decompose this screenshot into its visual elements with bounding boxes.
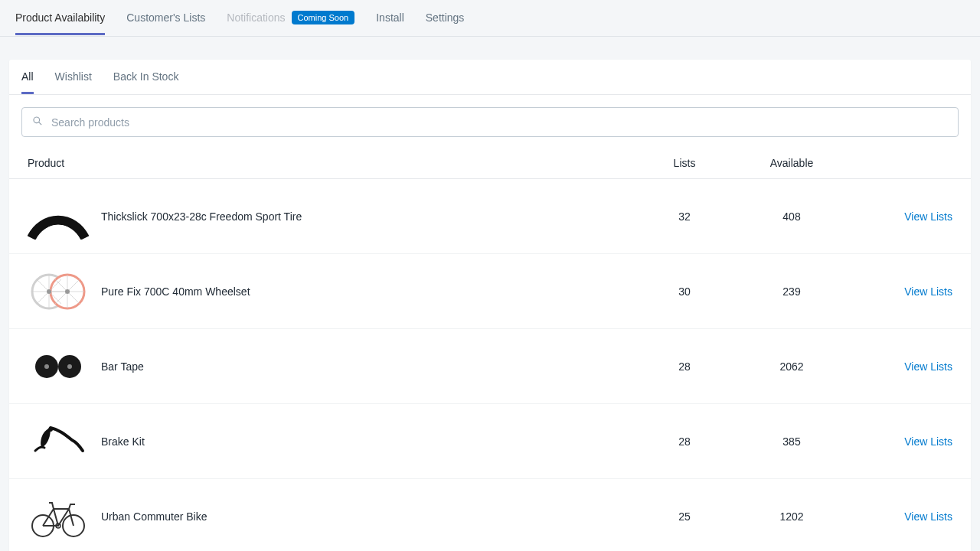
- nav-label: Product Availability: [15, 11, 105, 24]
- view-lists-link[interactable]: View Lists: [904, 360, 952, 373]
- bike-icon: [28, 494, 89, 540]
- view-lists-link[interactable]: View Lists: [904, 435, 952, 448]
- table-row: Bar Tape 28 2062 View Lists: [9, 329, 971, 404]
- main-card: All Wishlist Back In Stock Product Lists…: [9, 60, 971, 551]
- svg-point-18: [47, 289, 51, 294]
- wheelset-icon: [28, 269, 89, 315]
- tab-wishlist[interactable]: Wishlist: [55, 60, 92, 94]
- product-thumb: [28, 419, 89, 465]
- product-available: 1202: [738, 510, 845, 523]
- tab-label: All: [21, 70, 34, 83]
- search-input[interactable]: [51, 116, 949, 129]
- product-name: Thickslick 700x23-28c Freedom Sport Tire: [101, 210, 631, 223]
- coming-soon-badge: Coming Soon: [292, 11, 355, 24]
- th-product: Product: [28, 157, 631, 169]
- nav-customers-lists[interactable]: Customer's Lists: [126, 1, 205, 35]
- product-thumb: [28, 494, 89, 540]
- table-header: Product Lists Available: [9, 149, 971, 179]
- table-row: Brake Kit 28 385 View Lists: [9, 404, 971, 479]
- nav-label: Settings: [426, 11, 465, 24]
- product-lists: 28: [631, 360, 738, 373]
- bartape-icon: [28, 344, 89, 390]
- search-wrap: [9, 95, 971, 149]
- product-available: 239: [738, 285, 845, 298]
- product-available: 2062: [738, 360, 845, 373]
- nav-label: Customer's Lists: [126, 11, 205, 24]
- table-row: Thickslick 700x23-28c Freedom Sport Tire…: [9, 179, 971, 254]
- nav-install[interactable]: Install: [376, 1, 404, 35]
- svg-point-22: [44, 364, 49, 369]
- view-lists-link[interactable]: View Lists: [904, 285, 952, 298]
- top-nav: Product Availability Customer's Lists No…: [0, 0, 980, 37]
- view-lists-link[interactable]: View Lists: [904, 510, 952, 523]
- search-box[interactable]: [21, 107, 959, 137]
- th-lists: Lists: [631, 157, 738, 169]
- nav-label: Notifications: [227, 11, 285, 24]
- brake-icon: [28, 419, 89, 465]
- product-thumb: [28, 344, 89, 390]
- product-thumb: [28, 269, 89, 315]
- tire-icon: [28, 194, 89, 240]
- product-name: Brake Kit: [101, 435, 631, 448]
- table-row: Urban Commuter Bike 25 1202 View Lists: [9, 479, 971, 551]
- product-available: 385: [738, 435, 845, 448]
- nav-settings[interactable]: Settings: [426, 1, 465, 35]
- table-row: Pure Fix 700C 40mm Wheelset 30 239 View …: [9, 254, 971, 329]
- product-lists: 32: [631, 210, 738, 223]
- sub-tabs: All Wishlist Back In Stock: [9, 60, 971, 95]
- product-available: 408: [738, 210, 845, 223]
- svg-point-19: [65, 289, 70, 294]
- product-lists: 25: [631, 510, 738, 523]
- products-table: Product Lists Available Thickslick 700x2…: [9, 149, 971, 551]
- nav-notifications: Notifications Coming Soon: [227, 0, 354, 36]
- product-thumb: [28, 194, 89, 240]
- product-lists: 28: [631, 435, 738, 448]
- product-name: Pure Fix 700C 40mm Wheelset: [101, 285, 631, 298]
- tab-all[interactable]: All: [21, 60, 34, 94]
- product-lists: 30: [631, 285, 738, 298]
- svg-point-24: [48, 427, 53, 432]
- th-available: Available: [738, 157, 845, 169]
- product-name: Urban Commuter Bike: [101, 510, 631, 523]
- tab-label: Wishlist: [55, 70, 92, 83]
- view-lists-link[interactable]: View Lists: [904, 210, 952, 223]
- nav-label: Install: [376, 11, 404, 24]
- tab-label: Back In Stock: [113, 70, 179, 83]
- product-name: Bar Tape: [101, 360, 631, 373]
- search-icon: [31, 115, 44, 129]
- svg-point-23: [67, 364, 72, 369]
- tab-back-in-stock[interactable]: Back In Stock: [113, 60, 179, 94]
- nav-product-availability[interactable]: Product Availability: [15, 1, 105, 35]
